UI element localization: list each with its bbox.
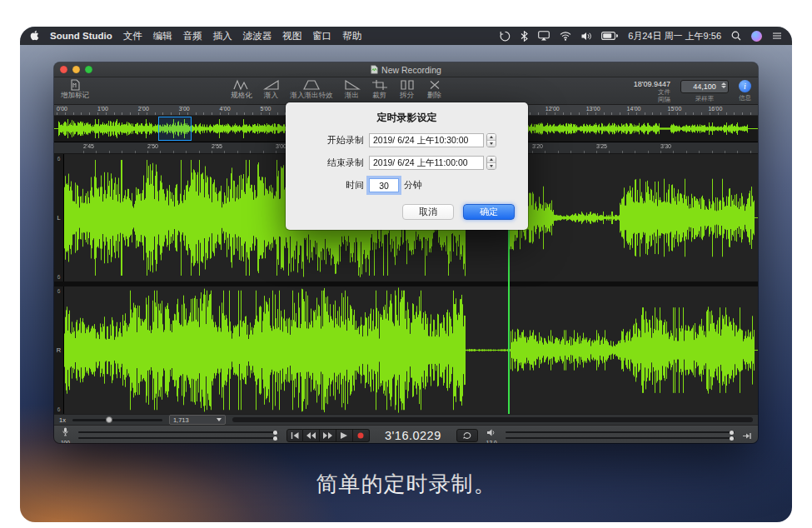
slider-handle[interactable] — [730, 431, 734, 435]
spotlight-icon[interactable] — [731, 31, 741, 41]
info-icon[interactable]: i — [739, 80, 751, 92]
ruler-label: 2'50 — [147, 143, 158, 149]
output-level-sliders — [506, 431, 735, 439]
add-marker-button[interactable]: 增加标记 — [61, 79, 89, 99]
stepper-up-icon[interactable] — [487, 134, 496, 140]
document-proxy-icon[interactable] — [371, 65, 378, 74]
fade-in-icon — [263, 79, 280, 91]
apple-menu-icon[interactable] — [30, 30, 39, 42]
ruler-label: 14'00 — [627, 106, 641, 112]
toolbar-button-label: 渐入渐出特效 — [291, 91, 333, 99]
normalize-button[interactable]: 规格化 — [231, 79, 252, 99]
stepper-arrows-icon[interactable] — [721, 82, 726, 88]
input-slider-right[interactable] — [78, 437, 278, 439]
slider-handle[interactable] — [273, 436, 277, 441]
rewind-button[interactable] — [303, 429, 320, 442]
interval-label: 间隔 — [634, 96, 670, 103]
ruler-label: 1'00 — [97, 106, 108, 112]
speaker-icon[interactable] — [487, 425, 496, 440]
horizontal-scrollbar[interactable] — [232, 417, 753, 422]
delete-icon — [426, 79, 443, 91]
fade-out-icon — [344, 79, 361, 91]
menu-item[interactable]: 滤波器 — [243, 30, 272, 42]
menu-item[interactable]: 编辑 — [153, 30, 172, 42]
delete-button[interactable]: 删除 — [426, 79, 443, 99]
slider-handle[interactable] — [273, 431, 277, 435]
microphone-icon[interactable] — [62, 425, 68, 440]
zoom-button[interactable] — [85, 66, 92, 73]
fade-in-out-button[interactable]: 渐入渐出特效 — [291, 79, 333, 99]
track-right[interactable]: 6 R 6 — [54, 286, 758, 414]
trim-icon — [371, 79, 388, 91]
ruler-label: 13'00 — [586, 106, 600, 112]
menu-item[interactable]: 插入 — [213, 30, 232, 42]
menu-item[interactable]: 帮助 — [342, 30, 361, 42]
zoom-level-value: 1,713 — [173, 416, 189, 424]
desktop: Sound Studio 文件编辑音频插入滤波器视图窗口帮助 6月24日 周一 … — [20, 27, 792, 522]
minimize-button[interactable] — [72, 66, 80, 73]
wifi-icon[interactable] — [560, 32, 571, 41]
playback-speed-label[interactable]: 1x — [59, 416, 66, 424]
stepper-down-icon[interactable] — [487, 162, 496, 169]
menu-item[interactable]: 视图 — [282, 30, 301, 42]
toolbar-right-group: 18'09.9447 文件 间隔 44,100 采样率 i 信息 — [634, 79, 751, 103]
channel-label: R — [54, 346, 63, 354]
menu-bar-status: 6月24日 周一 上午9:56 — [500, 30, 782, 42]
ruler-label: 12'00 — [545, 106, 560, 112]
bluetooth-icon[interactable] — [521, 31, 528, 42]
end-time-row: 结束录制 2019/ 6/24 上午11:00:00 — [286, 156, 528, 170]
input-slider-left[interactable] — [78, 431, 278, 433]
scale-value: 6 — [54, 156, 63, 162]
stepper-up-icon[interactable] — [487, 157, 496, 162]
airplay-icon[interactable] — [538, 31, 550, 41]
ok-button[interactable]: 确定 — [463, 204, 515, 220]
duration-field[interactable]: 30 — [369, 178, 399, 192]
zoom-slider-thumb[interactable] — [106, 416, 112, 423]
title-bar[interactable]: New Recording — [54, 62, 758, 77]
fast-forward-button[interactable] — [320, 429, 336, 442]
file-label: 文件 — [634, 88, 670, 96]
go-to-start-button[interactable] — [286, 429, 303, 442]
menu-bar-clock[interactable]: 6月24日 周一 上午9:56 — [628, 30, 721, 42]
fade-in-button[interactable]: 渐入 — [263, 79, 280, 99]
play-button[interactable] — [336, 429, 353, 442]
app-menu-title[interactable]: Sound Studio — [50, 31, 112, 41]
traffic-lights — [60, 66, 92, 73]
battery-icon[interactable] — [601, 32, 618, 40]
output-slider-right[interactable] — [506, 437, 735, 439]
start-time-stepper[interactable] — [486, 133, 496, 147]
ruler-label: 2'45 — [83, 143, 94, 149]
cancel-button[interactable]: 取消 — [402, 204, 454, 220]
zoom-slider[interactable] — [72, 419, 162, 421]
slider-handle[interactable] — [730, 436, 734, 441]
start-time-field[interactable]: 2019/ 6/24 上午10:30:00 — [369, 133, 484, 147]
volume-icon[interactable] — [581, 32, 591, 41]
notification-center-icon[interactable] — [772, 32, 782, 40]
waveform-right-canvas[interactable] — [64, 286, 758, 414]
view-selection-box[interactable] — [158, 117, 192, 141]
record-button[interactable] — [353, 429, 370, 442]
go-to-end-icon[interactable] — [743, 428, 751, 443]
end-time-stepper[interactable] — [486, 156, 496, 170]
menu-items: 文件编辑音频插入滤波器视图窗口帮助 — [123, 30, 362, 42]
menu-item[interactable]: 窗口 — [312, 30, 331, 42]
playback-buttons — [286, 429, 370, 442]
ruler-label: 3'20 — [532, 143, 543, 149]
siri-icon[interactable] — [751, 31, 762, 42]
zoom-level-select[interactable]: 1,713 — [169, 415, 226, 425]
close-button[interactable] — [60, 66, 67, 73]
output-slider-left[interactable] — [506, 431, 735, 433]
info-control: i 信息 — [739, 80, 751, 102]
start-time-label: 开始录制 — [304, 134, 364, 147]
split-button[interactable]: 拆分 — [399, 79, 416, 99]
menu-item[interactable]: 文件 — [123, 30, 142, 42]
end-time-field[interactable]: 2019/ 6/24 上午11:00:00 — [369, 156, 484, 170]
fade-out-button[interactable]: 渐出 — [344, 79, 361, 99]
sample-rate-select[interactable]: 44,100 — [680, 80, 729, 93]
loop-button[interactable] — [456, 429, 478, 442]
trim-button[interactable]: 裁剪 — [371, 79, 388, 99]
stepper-down-icon[interactable] — [487, 140, 496, 147]
menu-item[interactable]: 音频 — [183, 30, 202, 42]
time-machine-icon[interactable] — [500, 31, 511, 42]
ruler-label: 3'30 — [660, 143, 671, 149]
